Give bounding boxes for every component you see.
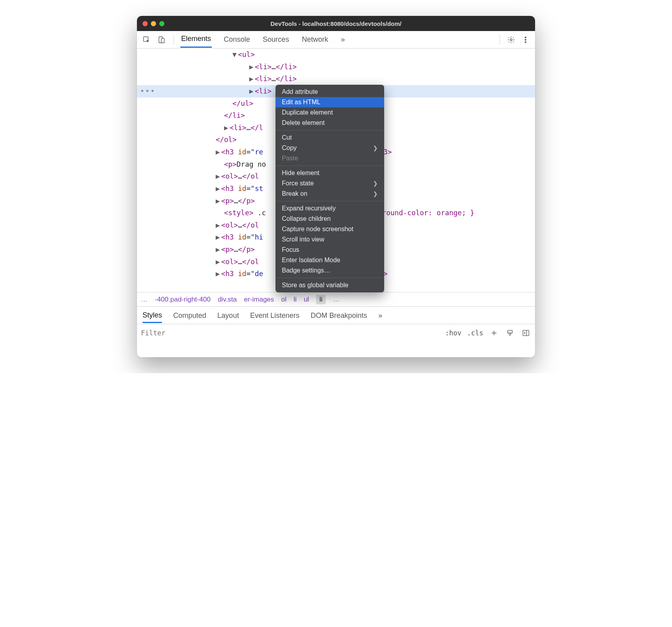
cls-toggle[interactable]: .cls bbox=[467, 329, 483, 337]
styles-filter-bar: :hov .cls bbox=[137, 324, 535, 341]
titlebar: DevTools - localhost:8080/docs/devtools/… bbox=[137, 16, 535, 31]
context-menu-item[interactable]: Badge settings… bbox=[275, 265, 384, 276]
context-menu-separator bbox=[275, 278, 384, 278]
context-menu-item[interactable]: Break on❯ bbox=[275, 189, 384, 199]
context-menu-item-label: Store as global variable bbox=[282, 282, 348, 289]
tab-elements[interactable]: Elements bbox=[180, 31, 212, 48]
dom-node-line[interactable]: ▶<li>…</li> bbox=[137, 61, 535, 73]
context-menu-item[interactable]: Copy❯ bbox=[275, 143, 384, 153]
window-title: DevTools - localhost:8080/docs/devtools/… bbox=[137, 20, 535, 27]
context-menu-separator bbox=[275, 130, 384, 130]
context-menu-item: Paste bbox=[275, 153, 384, 164]
crumb-overflow-right[interactable]: … bbox=[333, 296, 340, 304]
zoom-window-icon[interactable] bbox=[159, 21, 164, 26]
context-menu-item[interactable]: Cut bbox=[275, 132, 384, 143]
svg-point-5 bbox=[525, 39, 526, 40]
context-menu-item-label: Badge settings… bbox=[282, 267, 330, 274]
crumb-item[interactable]: er-images bbox=[244, 296, 274, 304]
paint-brush-icon[interactable] bbox=[505, 328, 515, 338]
context-menu-item-label: Break on bbox=[282, 190, 307, 197]
crumb-item[interactable]: -400.pad-right-400 bbox=[155, 296, 211, 304]
context-menu-item-label: Delete element bbox=[282, 119, 325, 127]
chevron-right-icon: ❯ bbox=[373, 191, 378, 197]
context-menu-item[interactable]: Edit as HTML bbox=[275, 97, 384, 107]
tab-sources[interactable]: Sources bbox=[262, 32, 290, 47]
chevron-right-icon: ❯ bbox=[373, 180, 378, 187]
toolbar-separator bbox=[174, 35, 174, 45]
crumb-overflow-left[interactable]: … bbox=[141, 296, 148, 304]
filter-input[interactable] bbox=[141, 329, 440, 337]
window-controls bbox=[143, 21, 164, 26]
close-window-icon[interactable] bbox=[143, 21, 148, 26]
devtools-window: DevTools - localhost:8080/docs/devtools/… bbox=[137, 16, 535, 357]
svg-rect-2 bbox=[161, 38, 164, 43]
subtab-dom-breakpoints[interactable]: DOM Breakpoints bbox=[311, 308, 367, 323]
context-menu-item[interactable]: Focus bbox=[275, 245, 384, 255]
styles-tabs: Styles Computed Layout Event Listeners D… bbox=[137, 306, 535, 324]
tab-console[interactable]: Console bbox=[223, 32, 251, 47]
new-rule-icon[interactable] bbox=[489, 328, 499, 338]
context-menu-item[interactable]: Enter Isolation Mode bbox=[275, 255, 384, 265]
svg-rect-7 bbox=[508, 330, 512, 333]
crumb-item-selected[interactable]: li bbox=[316, 295, 326, 304]
context-menu-item-label: Copy bbox=[282, 144, 297, 152]
toggle-sidebar-icon[interactable] bbox=[521, 328, 531, 338]
context-menu-item-label: Hide element bbox=[282, 169, 319, 177]
context-menu-item[interactable]: Add attribute bbox=[275, 87, 384, 97]
more-menu-icon[interactable] bbox=[520, 34, 531, 45]
context-menu-item[interactable]: Expand recursively bbox=[275, 203, 384, 214]
context-menu-item-label: Collapse children bbox=[282, 215, 331, 222]
breadcrumb-bar: … -400.pad-right-400 div.sta er-images o… bbox=[137, 292, 535, 306]
svg-rect-8 bbox=[523, 330, 529, 335]
crumb-item[interactable]: div.sta bbox=[218, 296, 237, 304]
subtab-styles[interactable]: Styles bbox=[143, 308, 162, 323]
context-menu-item[interactable]: Store as global variable bbox=[275, 280, 384, 290]
context-menu-item[interactable]: Force state❯ bbox=[275, 178, 384, 189]
main-toolbar: Elements Console Sources Network » bbox=[137, 31, 535, 49]
context-menu-item-label: Paste bbox=[282, 155, 298, 162]
context-menu-item-label: Capture node screenshot bbox=[282, 226, 354, 233]
subtab-overflow[interactable]: » bbox=[378, 308, 382, 323]
bottom-spacer bbox=[137, 341, 535, 357]
context-menu-item[interactable]: Capture node screenshot bbox=[275, 224, 384, 234]
context-menu-item[interactable]: Scroll into view bbox=[275, 234, 384, 245]
subtab-event-listeners[interactable]: Event Listeners bbox=[250, 308, 299, 323]
context-menu-item-label: Expand recursively bbox=[282, 205, 336, 212]
context-menu-item-label: Edit as HTML bbox=[282, 99, 320, 106]
tab-network[interactable]: Network bbox=[301, 32, 329, 47]
context-menu-item-label: Enter Isolation Mode bbox=[282, 257, 340, 264]
minimize-window-icon[interactable] bbox=[151, 21, 156, 26]
dom-node-line[interactable]: ▶<li>…</li> bbox=[137, 73, 535, 85]
inspect-element-icon[interactable] bbox=[141, 34, 152, 45]
context-menu-item[interactable]: Hide element bbox=[275, 168, 384, 178]
context-menu-item[interactable]: Duplicate element bbox=[275, 107, 384, 118]
hov-toggle[interactable]: :hov bbox=[445, 329, 461, 337]
context-menu-item-label: Cut bbox=[282, 134, 292, 141]
context-menu-separator bbox=[275, 166, 384, 166]
chevron-right-icon: ❯ bbox=[373, 145, 378, 151]
context-menu-item-label: Focus bbox=[282, 246, 299, 253]
dom-node-line[interactable]: ▼<ul> bbox=[137, 49, 535, 61]
context-menu: Add attributeEdit as HTMLDuplicate eleme… bbox=[275, 85, 384, 292]
svg-point-3 bbox=[510, 39, 512, 41]
context-menu-item-label: Scroll into view bbox=[282, 236, 324, 243]
device-toolbar-icon[interactable] bbox=[156, 34, 167, 45]
context-menu-separator bbox=[275, 201, 384, 201]
crumb-item[interactable]: ul bbox=[304, 296, 309, 304]
context-menu-item-label: Add attribute bbox=[282, 88, 318, 95]
context-menu-item-label: Duplicate element bbox=[282, 109, 333, 116]
context-menu-item[interactable]: Delete element bbox=[275, 118, 384, 128]
context-menu-item-label: Force state bbox=[282, 180, 314, 187]
svg-point-6 bbox=[525, 41, 526, 43]
crumb-item[interactable]: li bbox=[294, 296, 297, 304]
panel-tabs: Elements Console Sources Network » bbox=[180, 31, 346, 48]
selection-marker-icon: ••• bbox=[140, 85, 156, 97]
crumb-item[interactable]: ol bbox=[281, 296, 286, 304]
svg-point-4 bbox=[525, 37, 526, 38]
context-menu-item[interactable]: Collapse children bbox=[275, 214, 384, 224]
tab-overflow[interactable]: » bbox=[340, 32, 346, 47]
subtab-layout[interactable]: Layout bbox=[217, 308, 239, 323]
settings-icon[interactable] bbox=[506, 34, 517, 45]
toolbar-separator bbox=[500, 35, 500, 45]
subtab-computed[interactable]: Computed bbox=[173, 308, 206, 323]
